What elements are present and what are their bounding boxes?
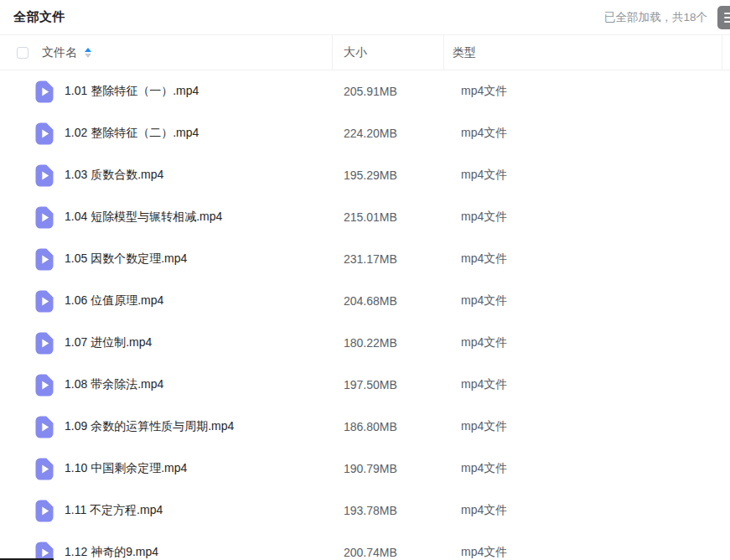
file-size: 205.91MB bbox=[344, 85, 453, 98]
video-file-icon bbox=[35, 80, 54, 103]
table-row[interactable]: 1.08 带余除法.mp4 197.50MB mp4文件 bbox=[0, 364, 730, 406]
file-size: 195.29MB bbox=[344, 169, 453, 182]
file-size: 200.74MB bbox=[344, 546, 453, 559]
video-file-icon bbox=[35, 332, 54, 355]
file-name[interactable]: 1.03 质数合数.mp4 bbox=[65, 168, 333, 183]
file-size: 186.80MB bbox=[344, 420, 453, 433]
list-view-icon bbox=[724, 13, 730, 14]
select-all-checkbox[interactable] bbox=[17, 47, 28, 59]
file-name[interactable]: 1.11 不定方程.mp4 bbox=[65, 503, 333, 518]
caret-up-icon bbox=[85, 48, 91, 52]
video-file-icon bbox=[35, 416, 54, 438]
topbar: 全部文件 已全部加载，共18个 bbox=[0, 0, 730, 35]
file-name[interactable]: 1.01 整除特征（一）.mp4 bbox=[65, 84, 333, 99]
table-row[interactable]: 1.09 余数的运算性质与周期.mp4 186.80MB mp4文件 bbox=[0, 406, 730, 448]
video-file-icon bbox=[35, 248, 54, 271]
file-name[interactable]: 1.07 进位制.mp4 bbox=[65, 335, 333, 350]
table-row[interactable]: 1.01 整除特征（一）.mp4 205.91MB mp4文件 bbox=[0, 70, 730, 112]
table-row[interactable]: 1.04 短除模型与辗转相减.mp4 215.01MB mp4文件 bbox=[0, 196, 730, 238]
file-size: 197.50MB bbox=[344, 378, 453, 391]
video-file-icon bbox=[35, 542, 54, 560]
table-row[interactable]: 1.02 整除特征（二）.mp4 224.20MB mp4文件 bbox=[0, 112, 730, 154]
file-size: 180.22MB bbox=[344, 336, 453, 350]
file-type: mp4文件 bbox=[461, 461, 507, 476]
file-name[interactable]: 1.05 因数个数定理.mp4 bbox=[65, 251, 333, 267]
video-file-icon bbox=[35, 290, 54, 313]
column-header-stub bbox=[722, 35, 730, 70]
file-size: 224.20MB bbox=[344, 127, 453, 140]
table-row[interactable]: 1.12 神奇的9.mp4 200.74MB mp4文件 bbox=[0, 531, 730, 560]
table-row[interactable]: 1.07 进位制.mp4 180.22MB mp4文件 bbox=[0, 322, 730, 364]
file-list: 1.01 整除特征（一）.mp4 205.91MB mp4文件 1.02 整除特… bbox=[0, 70, 730, 560]
file-size: 215.01MB bbox=[344, 210, 453, 224]
file-type: mp4文件 bbox=[461, 503, 507, 518]
file-type: mp4文件 bbox=[461, 251, 507, 267]
file-manager-window: 全部文件 已全部加载，共18个 文件名 大小 类型 bbox=[0, 0, 730, 560]
file-type: mp4文件 bbox=[461, 293, 507, 309]
table-row[interactable]: 1.11 不定方程.mp4 193.78MB mp4文件 bbox=[0, 490, 730, 531]
file-size: 231.17MB bbox=[344, 252, 453, 266]
table-header: 文件名 大小 类型 bbox=[0, 35, 730, 70]
file-type: mp4文件 bbox=[461, 545, 507, 560]
file-name[interactable]: 1.08 带余除法.mp4 bbox=[65, 377, 333, 392]
video-file-icon bbox=[35, 206, 54, 229]
column-label-size: 大小 bbox=[344, 45, 367, 60]
video-file-icon bbox=[35, 374, 54, 397]
file-type: mp4文件 bbox=[461, 126, 507, 141]
file-size: 193.78MB bbox=[344, 504, 453, 517]
file-name[interactable]: 1.02 整除特征（二）.mp4 bbox=[65, 126, 333, 141]
video-file-icon bbox=[35, 122, 54, 145]
video-file-icon bbox=[35, 458, 54, 480]
file-type: mp4文件 bbox=[461, 419, 507, 434]
file-name[interactable]: 1.06 位值原理.mp4 bbox=[65, 293, 333, 309]
sort-icon[interactable] bbox=[85, 48, 91, 58]
column-label-name[interactable]: 文件名 bbox=[42, 45, 77, 60]
load-status-text: 已全部加载，共18个 bbox=[604, 10, 707, 25]
file-name[interactable]: 1.12 神奇的9.mp4 bbox=[65, 545, 333, 560]
table-row[interactable]: 1.03 质数合数.mp4 195.29MB mp4文件 bbox=[0, 154, 730, 196]
table-row[interactable]: 1.06 位值原理.mp4 204.68MB mp4文件 bbox=[0, 280, 730, 322]
column-header-size: 大小 bbox=[333, 35, 444, 70]
file-type: mp4文件 bbox=[461, 210, 507, 225]
video-file-icon bbox=[35, 500, 54, 522]
file-name[interactable]: 1.04 短除模型与辗转相减.mp4 bbox=[65, 210, 333, 225]
caret-down-icon bbox=[85, 54, 91, 58]
file-size: 190.79MB bbox=[344, 462, 453, 475]
video-file-icon bbox=[35, 164, 54, 187]
column-label-type: 类型 bbox=[453, 45, 476, 60]
page-title: 全部文件 bbox=[13, 9, 65, 25]
view-toggle-button[interactable] bbox=[717, 6, 730, 29]
table-row[interactable]: 1.10 中国剩余定理.mp4 190.79MB mp4文件 bbox=[0, 448, 730, 490]
file-type: mp4文件 bbox=[461, 84, 507, 99]
table-row[interactable]: 1.05 因数个数定理.mp4 231.17MB mp4文件 bbox=[0, 238, 730, 280]
file-type: mp4文件 bbox=[461, 168, 507, 183]
file-name[interactable]: 1.09 余数的运算性质与周期.mp4 bbox=[65, 419, 333, 434]
file-type: mp4文件 bbox=[461, 335, 507, 350]
file-type: mp4文件 bbox=[461, 377, 507, 392]
file-name[interactable]: 1.10 中国剩余定理.mp4 bbox=[65, 461, 333, 476]
column-header-type: 类型 bbox=[444, 35, 722, 70]
file-size: 204.68MB bbox=[344, 294, 453, 308]
column-header-name: 文件名 bbox=[0, 35, 333, 70]
topbar-right: 已全部加载，共18个 bbox=[604, 6, 730, 29]
